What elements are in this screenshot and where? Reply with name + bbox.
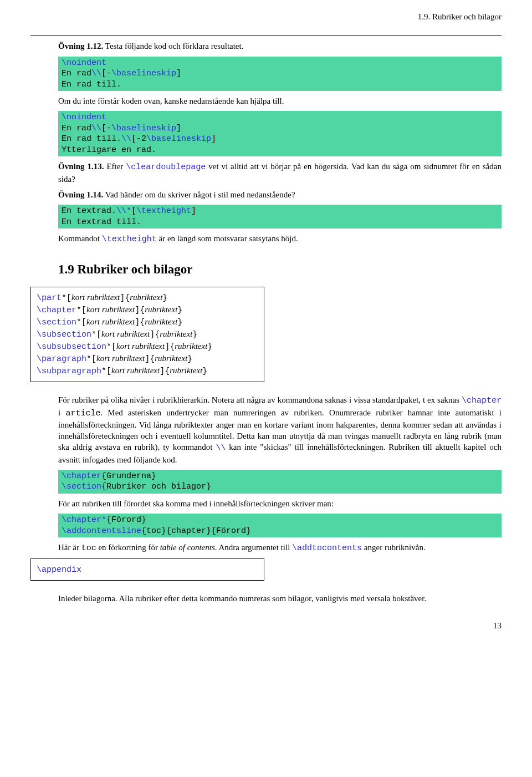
brace: {: [165, 367, 170, 376]
bracket: ]: [165, 342, 170, 352]
code-text: Ytterligare en rad.: [62, 145, 156, 155]
arg: rubriktext: [155, 354, 187, 363]
brace: {: [140, 318, 145, 327]
header-rule: [30, 35, 502, 36]
exercise-1-13: Övning 1.13. Efter \cleardoublepage vet …: [58, 161, 502, 185]
cmd: \\: [91, 69, 101, 78]
cmd: \\*: [116, 206, 131, 216]
brace: }: [187, 354, 192, 364]
cmd: \section: [62, 482, 101, 491]
brace: }: [207, 342, 212, 352]
brace: }: [202, 367, 207, 376]
text: Kommandot: [58, 234, 102, 243]
text: anger rubriknivån.: [362, 543, 426, 552]
cmd: \paragraph: [37, 354, 86, 364]
bracket: ]: [160, 367, 165, 376]
code-block-5: \chapter*{Förord} \addcontentsline{toc}{…: [58, 514, 502, 537]
cmd: \\: [91, 124, 101, 133]
code-block-1: \noindent En rad\\[-\baselineskip] En ra…: [58, 57, 502, 92]
bracket: [: [81, 318, 86, 327]
text: är en längd som motsvarar satsytans höjd…: [157, 234, 298, 243]
bracket: ]: [150, 330, 155, 339]
star: *: [101, 367, 106, 376]
code-text: En textrad.: [62, 206, 116, 216]
syntax-row: \subparagraph*[kort rubriktext]{rubrikte…: [37, 365, 258, 377]
arg: rubriktext: [160, 329, 192, 338]
opt-arg: kort rubriktext: [96, 354, 145, 363]
arg: rubriktext: [130, 293, 162, 302]
code-text: En textrad till.: [62, 217, 141, 227]
text: . Andra argumentet till: [215, 543, 292, 552]
cmd: \noindent: [62, 113, 106, 122]
exercise-label: Övning 1.13.: [58, 162, 104, 171]
syntax-box-sectioning: \part*[kort rubriktext]{rubriktext}\chap…: [30, 287, 264, 382]
cmd: \chapter: [37, 306, 76, 315]
tt: toc: [81, 544, 96, 553]
star: *: [62, 293, 66, 303]
code-text: [-2: [131, 134, 146, 144]
code-text: En rad till.: [62, 134, 121, 144]
code-text: [-: [101, 69, 111, 78]
syntax-box-appendix: \appendix: [30, 558, 264, 581]
paragraph: Inleder bilagorna. Alla rubriker efter d…: [58, 593, 502, 604]
cmd: \noindent: [62, 58, 106, 68]
running-head: 1.9. Rubriker och bilagor: [30, 11, 502, 22]
cmd: \addtocontents: [292, 544, 362, 553]
cmd: \chapter: [462, 396, 502, 405]
code-text: ]: [176, 69, 181, 78]
bracket: ]: [135, 306, 140, 315]
cmd: \\: [216, 443, 226, 453]
code-text: [-: [101, 124, 111, 133]
text: i: [58, 408, 65, 417]
cmd: \chapter*: [62, 515, 106, 525]
brace: {: [140, 306, 145, 315]
paragraph: För rubriker på olika nivåer i rubrikhie…: [58, 394, 502, 465]
bracket: [: [81, 306, 86, 315]
exercise-1-14: Övning 1.14. Vad händer om du skriver nå…: [58, 189, 502, 200]
star: *: [76, 318, 81, 327]
paragraph: För att rubriken till förordet ska komma…: [58, 498, 502, 509]
opt-arg: kort rubriktext: [101, 329, 150, 338]
cmd: \textheight: [102, 235, 157, 244]
cmd: \appendix: [37, 565, 81, 575]
code-text: {Förord}: [106, 515, 146, 525]
syntax-row: \section*[kort rubriktext]{rubriktext}: [37, 316, 258, 328]
brace: {: [150, 354, 155, 364]
arg: rubriktext: [145, 317, 177, 326]
arg: rubriktext: [170, 366, 202, 375]
exercise-1-12: Övning 1.12. Testa följande kod och förk…: [58, 40, 502, 52]
cmd: \cleardoublepage: [126, 162, 206, 172]
syntax-row: \paragraph*[kort rubriktext]{rubriktext}: [37, 353, 258, 365]
code-text: En rad: [62, 69, 91, 78]
text: För rubriker på olika nivåer i rubrikhie…: [58, 395, 462, 404]
code-text: ]: [211, 134, 216, 144]
cmd: \subsection: [37, 330, 91, 339]
paragraph: Kommandot \textheight är en längd som mo…: [58, 233, 502, 245]
syntax-row: \subsection*[kort rubriktext]{rubriktext…: [37, 328, 258, 341]
cmd: \subsubsection: [37, 342, 106, 352]
cmd: \textheight: [136, 206, 191, 216]
bracket: [: [66, 293, 71, 303]
italic: table of contents: [160, 543, 215, 552]
arg: rubriktext: [145, 305, 177, 314]
arg: rubriktext: [175, 342, 207, 351]
bracket: ]: [120, 293, 125, 303]
brace: }: [162, 293, 167, 303]
code-block-2: \noindent En rad\\[-\baselineskip] En ra…: [58, 111, 502, 156]
code-text: ]: [191, 206, 196, 216]
bracket: ]: [145, 354, 150, 364]
code-text: [: [131, 206, 136, 216]
syntax-row: \chapter*[kort rubriktext]{rubriktext}: [37, 304, 258, 316]
bracket: [: [111, 342, 116, 352]
code-text: {Rubriker och bilagor}: [101, 482, 211, 491]
bracket: [: [106, 367, 111, 376]
bracket: ]: [135, 318, 140, 327]
code-text: {toc}{chapter}{Förord}: [141, 526, 251, 536]
bracket: [: [91, 354, 96, 364]
code-text: En rad: [62, 124, 91, 133]
star: *: [76, 306, 81, 315]
cmd: \part: [37, 293, 62, 303]
cmd: \addcontentsline: [62, 526, 141, 536]
code-text: En rad till.: [62, 80, 121, 89]
syntax-row: \subsubsection*[kort rubriktext]{rubrikt…: [37, 341, 258, 353]
